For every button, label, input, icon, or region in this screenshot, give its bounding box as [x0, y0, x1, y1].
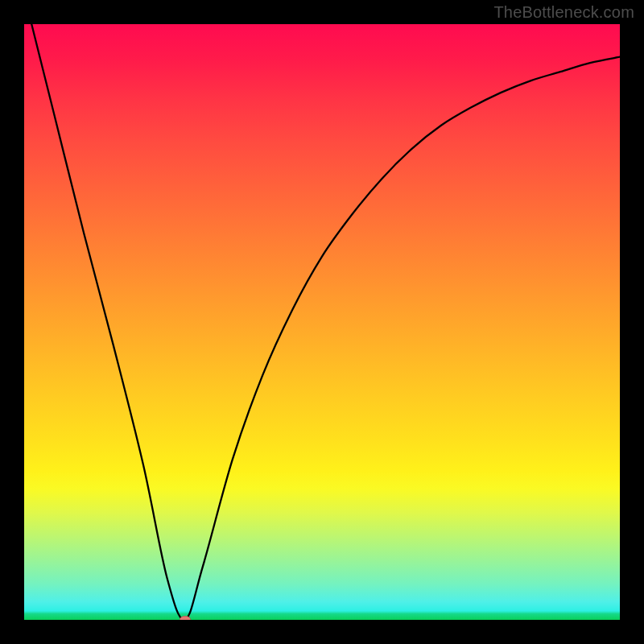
attribution-text: TheBottleneck.com	[493, 3, 634, 22]
chart-frame: TheBottleneck.com	[0, 0, 644, 644]
performance-curve	[24, 24, 620, 620]
curve-svg	[24, 24, 620, 620]
minimum-point-marker	[180, 616, 191, 620]
plot-area	[24, 24, 620, 620]
